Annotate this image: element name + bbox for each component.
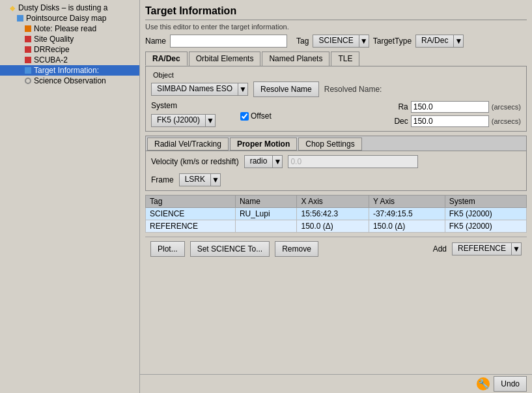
col-system: System xyxy=(445,196,526,208)
sidebar-item-drrecipe[interactable]: DRRecipe xyxy=(0,44,139,55)
main-panel: Target Information Use this editor to en… xyxy=(140,0,532,393)
cell-name-0: RU_Lupi xyxy=(235,208,297,220)
cell-x-1: 150.0 (Δ) xyxy=(297,220,369,233)
simbad-arrow[interactable]: ▼ xyxy=(238,83,248,96)
sidebar: ◆ Dusty Disks – is dusting a Pointsource… xyxy=(0,0,140,393)
velocity-input[interactable] xyxy=(288,155,418,168)
panel-title: Target Information xyxy=(145,5,527,20)
offset-label: Offset xyxy=(251,111,272,121)
system-arrow[interactable]: ▼ xyxy=(205,114,216,127)
dec-row: Dec (arcsecs) xyxy=(392,115,521,127)
cell-name-1 xyxy=(235,220,297,233)
tag-dropdown-arrow[interactable]: ▼ xyxy=(359,35,369,48)
dec-input[interactable] xyxy=(411,115,489,127)
cell-y-1: 150.0 (Δ) xyxy=(369,220,445,233)
site-icon xyxy=(23,35,33,44)
dec-label: Dec xyxy=(392,117,408,126)
velocity-row: Velocity (km/s or redshift) radio ▼ xyxy=(151,155,521,168)
target-type-value: RA/Dec xyxy=(415,35,453,48)
cell-tag-0: SCIENCE xyxy=(146,208,236,220)
velocity-type-arrow[interactable]: ▼ xyxy=(272,155,283,168)
sidebar-item-site-quality[interactable]: Site Quality xyxy=(0,34,139,44)
simbad-label: SIMBAD Names ESO xyxy=(151,83,238,96)
ra-label: Ra xyxy=(392,102,408,111)
frame-row: Frame LSRK ▼ xyxy=(151,173,521,186)
reference-value: REFERENCE xyxy=(452,242,511,255)
name-row: Name Tag SCIENCE ▼ TargetType RA/Dec ▼ xyxy=(145,35,527,48)
table-row[interactable]: REFERENCE 150.0 (Δ) 150.0 (Δ) FK5 (J2000… xyxy=(146,220,527,233)
main-tab-bar: RA/Dec Orbital Elements Named Planets TL… xyxy=(145,51,527,66)
simbad-dropdown: SIMBAD Names ESO ▼ xyxy=(151,83,248,96)
target-type-arrow[interactable]: ▼ xyxy=(453,35,464,48)
offset-checkbox[interactable] xyxy=(240,112,249,121)
system-value: FK5 (J2000) xyxy=(151,114,205,127)
ra-input[interactable] xyxy=(411,101,489,113)
tag-value: SCIENCE xyxy=(313,35,358,48)
data-table: Tag Name X Axis Y Axis System SCIENCE RU… xyxy=(145,195,527,233)
system-label: System xyxy=(151,101,177,110)
folder-icon: ◆ xyxy=(8,3,17,12)
sidebar-item-dusty[interactable]: ◆ Dusty Disks – is dusting a xyxy=(0,3,139,13)
tag-badge: SCIENCE ▼ xyxy=(313,35,369,48)
resolve-row: SIMBAD Names ESO ▼ Resolve Name Resolved… xyxy=(151,81,521,97)
tab-chop-settings[interactable]: Chop Settings xyxy=(298,138,361,151)
system-dropdown: FK5 (J2000) ▼ xyxy=(151,114,216,127)
ra-dec-col: Ra (arcsecs) Dec (arcsecs) xyxy=(392,101,521,127)
tab-tle[interactable]: TLE xyxy=(331,51,359,66)
undo-button[interactable]: Undo xyxy=(494,376,527,392)
velocity-type-value: radio xyxy=(244,155,273,168)
frame-value: LSRK xyxy=(179,173,210,186)
col-xaxis: X Axis xyxy=(297,196,369,208)
set-science-button[interactable]: Set SCIENCE To... xyxy=(190,241,270,257)
drrecipe-icon xyxy=(23,45,33,54)
resolved-name-label: Resolved Name: xyxy=(324,85,382,94)
tab-orbital[interactable]: Orbital Elements xyxy=(189,51,261,66)
remove-button[interactable]: Remove xyxy=(275,241,318,257)
dec-arcsecs: (arcsecs) xyxy=(492,117,521,125)
frame-label: Frame xyxy=(151,175,174,184)
sidebar-item-pointsource[interactable]: Pointsource Daisy map xyxy=(0,13,139,23)
sidebar-item-scuba2[interactable]: SCUBA-2 xyxy=(0,55,139,65)
reference-arrow[interactable]: ▼ xyxy=(511,242,522,255)
cell-y-0: -37:49:15.5 xyxy=(369,208,445,220)
table-row[interactable]: SCIENCE RU_Lupi 15:56:42.3 -37:49:15.5 F… xyxy=(146,208,527,220)
note-icon xyxy=(23,24,33,33)
tab-radial-vel[interactable]: Radial Vel/Tracking xyxy=(147,138,229,151)
undo-bar: 🔧 Undo xyxy=(140,374,532,393)
panel-subtitle: Use this editor to enter the target info… xyxy=(145,23,527,31)
tab-proper-motion[interactable]: Proper Motion xyxy=(230,138,297,151)
sidebar-item-science-obs[interactable]: Science Observation xyxy=(0,76,139,86)
sidebar-item-note[interactable]: Note: Please read xyxy=(0,23,139,34)
offset-check: Offset xyxy=(240,111,272,121)
sidebar-item-target[interactable]: Target Information: xyxy=(0,65,139,76)
inner-tab-bar: Radial Vel/Tracking Proper Motion Chop S… xyxy=(145,136,527,151)
col-yaxis: Y Axis xyxy=(369,196,445,208)
target-panel: Target Information Use this editor to en… xyxy=(140,0,532,374)
add-label: Add xyxy=(433,244,447,254)
name-input[interactable] xyxy=(170,35,287,48)
folder-blue-icon xyxy=(16,14,25,23)
tab-named-planets[interactable]: Named Planets xyxy=(262,51,329,66)
plot-button[interactable]: Plot... xyxy=(150,241,185,257)
inner-content: Velocity (km/s or redshift) radio ▼ Fram… xyxy=(145,151,527,191)
object-group-label: Object xyxy=(151,71,176,79)
name-label: Name xyxy=(145,36,166,46)
tag-label: Tag xyxy=(296,36,309,46)
bottom-toolbar: Plot... Set SCIENCE To... Remove Add REF… xyxy=(145,237,527,261)
col-name: Name xyxy=(235,196,297,208)
ra-arcsecs: (arcsecs) xyxy=(492,103,521,111)
velocity-type-dropdown: radio ▼ xyxy=(244,155,283,168)
target-type-dropdown: RA/Dec ▼ xyxy=(415,35,464,48)
ra-row: Ra (arcsecs) xyxy=(392,101,521,113)
cell-sys-1: FK5 (J2000) xyxy=(445,220,526,233)
velocity-label: Velocity (km/s or redshift) xyxy=(151,157,239,166)
resolve-name-button[interactable]: Resolve Name xyxy=(253,81,319,97)
scuba-icon xyxy=(23,55,33,65)
tab-radec[interactable]: RA/Dec xyxy=(145,51,188,66)
undo-icon: 🔧 xyxy=(477,377,490,390)
target-type-label: TargetType xyxy=(373,36,412,46)
cell-tag-1: REFERENCE xyxy=(146,220,236,233)
col-tag: Tag xyxy=(146,196,236,208)
frame-arrow[interactable]: ▼ xyxy=(210,173,221,186)
obs-icon xyxy=(23,76,33,85)
